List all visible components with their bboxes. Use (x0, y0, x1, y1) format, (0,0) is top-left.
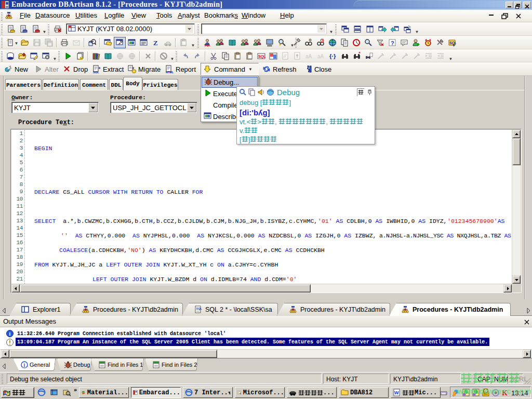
svg-text:Z: Z (153, 39, 158, 47)
svg-text:?: ? (391, 40, 394, 46)
svg-text:SQL: SQL (204, 44, 211, 47)
svg-text:W: W (394, 390, 399, 395)
svg-text:SQL: SQL (196, 307, 203, 310)
svg-text:SQL: SQL (93, 71, 99, 74)
svg-text:HTML: HTML (166, 71, 174, 74)
svg-text:i: i (24, 362, 25, 368)
svg-text:i: i (9, 331, 11, 337)
svg-text:{·}: {·} (329, 53, 336, 59)
svg-text:aA: aA (305, 54, 312, 59)
svg-text:aA: aA (317, 54, 324, 59)
svg-text:SQL: SQL (258, 55, 265, 59)
